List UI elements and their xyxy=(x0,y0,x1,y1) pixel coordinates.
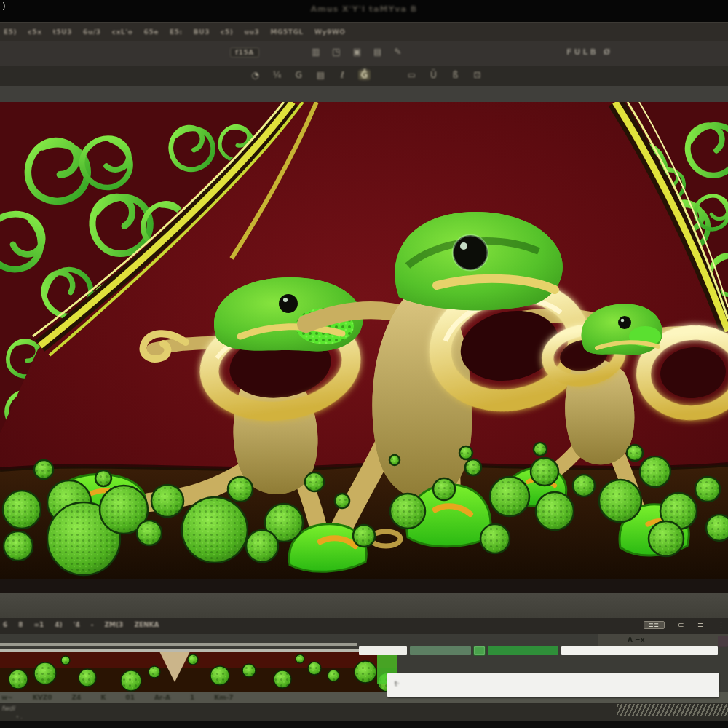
tool-icon-5[interactable]: Ĝ xyxy=(358,70,371,80)
scrubber-segment-4[interactable] xyxy=(561,646,718,655)
render-queue-bar[interactable]: t· xyxy=(387,673,719,697)
status-item-7[interactable]: ZENKA xyxy=(134,621,159,628)
tool-icon-strip: ◔¼G▤ℓĜ▭Üß⊡ xyxy=(0,66,728,87)
moss-ball xyxy=(537,494,572,529)
ruler-label-6: 1 xyxy=(190,694,194,701)
tool-icon-9[interactable]: ⊡ xyxy=(471,70,483,80)
status-right-icons: ⊂≡⋮ xyxy=(678,620,725,630)
status-item-6[interactable]: ZM(3 xyxy=(105,621,124,628)
moss-ball xyxy=(641,458,670,486)
tool-icon-4[interactable]: ℓ xyxy=(336,70,349,80)
toolbar-mode-button[interactable]: f15A xyxy=(230,47,259,58)
moss-ball xyxy=(356,662,376,682)
tool-icon-7[interactable]: Ü xyxy=(427,70,440,80)
moss-ball xyxy=(650,523,682,555)
moss-ball xyxy=(36,664,55,684)
moss-ball xyxy=(696,478,719,500)
toolbar-icon-4[interactable]: ✎ xyxy=(394,47,401,57)
ruler-label-1: KVZ0 xyxy=(33,694,52,701)
moss-ball xyxy=(434,479,454,499)
moss-ball xyxy=(243,665,255,676)
toolbar-icon-1[interactable]: ◳ xyxy=(332,47,340,57)
moss-ball xyxy=(79,670,95,686)
tool-icon-6[interactable]: ▭ xyxy=(405,70,418,80)
timeline-ruler-labels: w~KVZ0Z4K01Ar-A1Km-7 xyxy=(1,694,234,701)
layout-toggle-button[interactable]: ≡≡ xyxy=(644,621,665,629)
window-title: Amus X'Y'l taMYva B xyxy=(0,4,728,14)
menu-item-8[interactable]: c5) xyxy=(221,28,234,36)
panel-right-header xyxy=(598,634,728,646)
moss-ball xyxy=(9,670,26,687)
tool-icon-3[interactable]: ▤ xyxy=(314,70,327,80)
tool-icon-1[interactable]: ¼ xyxy=(271,70,283,80)
status-item-3[interactable]: 4) xyxy=(55,621,62,628)
tool-icon-2[interactable]: G xyxy=(293,70,305,80)
application-window: ) Amus X'Y'l taMYva B E5)c5xt5U36u/3cxL'… xyxy=(0,0,728,728)
tool-icon-8[interactable]: ß xyxy=(449,70,462,80)
moss-ball xyxy=(306,473,323,491)
ruler-label-7: Km-7 xyxy=(214,694,233,701)
title-bar: ) Amus X'Y'l taMYva B xyxy=(0,0,728,22)
scrubber-segment-1[interactable] xyxy=(410,646,471,655)
toolbar-icon-group: ▥◳▣▤✎ xyxy=(312,47,401,57)
toolbar-icon-0[interactable]: ▥ xyxy=(312,47,320,57)
status-item-4[interactable]: '4 xyxy=(74,621,80,628)
menu-item-2[interactable]: t5U3 xyxy=(53,28,73,36)
moss-ball xyxy=(189,655,198,665)
scrubber-knob[interactable] xyxy=(474,646,485,655)
menu-item-7[interactable]: BU3 xyxy=(194,28,210,36)
toolbar-top: f15A ▥◳▣▤✎ FULB Ø xyxy=(0,41,728,66)
moss-ball xyxy=(466,460,480,475)
status-item-0[interactable]: 6 xyxy=(3,621,7,628)
status-item-2[interactable]: =1 xyxy=(34,621,44,628)
menu-item-3[interactable]: 6u/3 xyxy=(83,28,101,36)
menu-item-4[interactable]: cxL'o xyxy=(112,28,133,36)
ruler-label-0: w~ xyxy=(1,694,13,701)
menu-bar: E5)c5xt5U36u/3cxL'o65eE5:BU3c5)uu3MG5TGL… xyxy=(0,22,728,41)
moss-ball xyxy=(460,447,472,459)
menu-item-5[interactable]: 65e xyxy=(144,28,159,36)
moss-ball xyxy=(628,446,642,460)
toolbar-icon-3[interactable]: ▤ xyxy=(373,47,381,57)
hatch-pattern-band xyxy=(617,704,728,716)
panel-divider-bar[interactable] xyxy=(0,593,728,620)
menu-item-1[interactable]: c5x xyxy=(28,28,41,36)
canvas-pasteboard xyxy=(0,86,728,103)
status-item-5[interactable]: - xyxy=(91,621,94,628)
scrubber-segment-0[interactable] xyxy=(359,646,407,655)
canvas-artwork[interactable] xyxy=(0,102,728,579)
moss-ball xyxy=(274,671,290,687)
track-label: fwdi xyxy=(1,705,15,712)
moss-ball xyxy=(211,667,228,684)
moss-ball xyxy=(336,494,349,507)
status-item-1[interactable]: 8 xyxy=(18,621,23,628)
timeline-panel: t· w~KVZ0Z4K01Ar-A1Km-7 A ⌐x fwdi " · xyxy=(0,634,728,721)
status-toolbar: 68=14)'4-ZM(3ZENKA ≡≡ ⊂≡⋮ xyxy=(0,618,728,634)
canvas-footer-strip xyxy=(0,579,728,593)
scrubber-segment-3[interactable] xyxy=(488,646,558,655)
ruler-label-3: K xyxy=(100,694,106,701)
moss-ball xyxy=(96,471,111,486)
menu-item-9[interactable]: uu3 xyxy=(245,28,260,36)
menu-item-10[interactable]: MG5TGL xyxy=(270,28,303,36)
menu-item-11[interactable]: Wy9WO xyxy=(314,28,346,36)
status-right-icon-2[interactable]: ⋮ xyxy=(717,620,725,630)
tool-icon-0[interactable]: ◔ xyxy=(249,70,261,80)
moss-ball xyxy=(532,459,558,485)
menu-item-6[interactable]: E5: xyxy=(170,28,183,36)
moss-ball xyxy=(534,443,547,456)
status-right-icon-0[interactable]: ⊂ xyxy=(678,620,684,630)
timeline-scrubber[interactable] xyxy=(359,646,718,655)
moss-ball xyxy=(138,521,160,544)
moss-ball xyxy=(62,657,70,665)
moss-ball xyxy=(122,671,140,689)
moss-ball xyxy=(185,500,245,561)
filmstrip-preview[interactable] xyxy=(0,649,397,692)
moss-ball xyxy=(248,531,277,561)
moss-ball xyxy=(229,478,251,500)
status-right-icon-1[interactable]: ≡ xyxy=(697,620,704,630)
menu-item-0[interactable]: E5) xyxy=(4,28,17,36)
status-right-controls: ≡≡ ⊂≡⋮ xyxy=(644,620,725,630)
moss-ball xyxy=(5,533,32,560)
toolbar-icon-2[interactable]: ▣ xyxy=(353,47,361,57)
